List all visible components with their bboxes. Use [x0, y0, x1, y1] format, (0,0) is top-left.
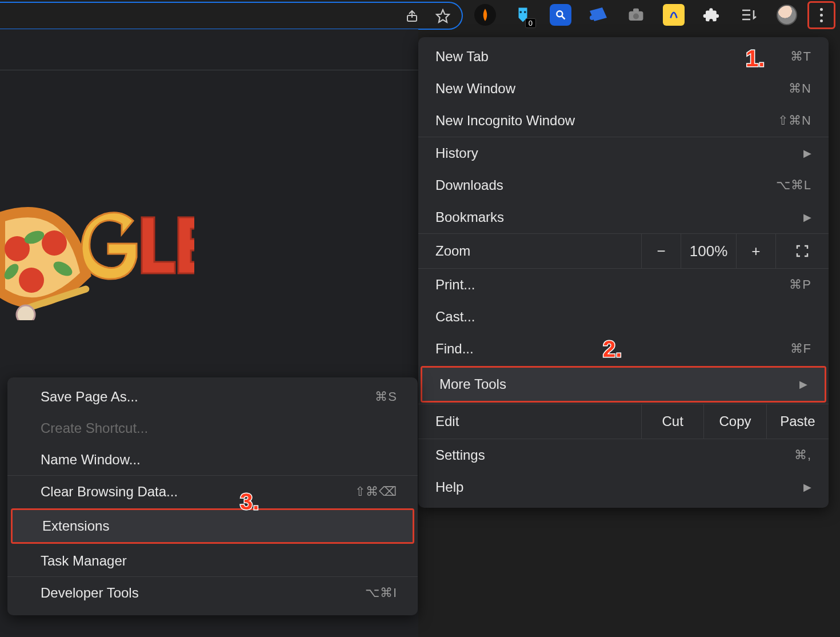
menu-find[interactable]: Find... ⌘F: [418, 333, 829, 365]
menu-item-label: History: [435, 145, 478, 161]
submenu-extensions[interactable]: Extensions: [13, 510, 413, 542]
svg-point-4: [557, 11, 562, 17]
menu-edit-row: Edit Cut Copy Paste: [418, 404, 829, 439]
edit-paste-button[interactable]: Paste: [766, 404, 829, 439]
share-icon[interactable]: [405, 9, 419, 23]
extension-icon-3[interactable]: [550, 4, 571, 26]
page-divider: [0, 70, 418, 70]
menu-item-shortcut: ⌘F: [790, 341, 811, 356]
svg-marker-1: [437, 10, 449, 22]
chrome-main-menu: New Tab ⌘T New Window ⌘N New Incognito W…: [418, 37, 829, 508]
menu-item-label: Help: [435, 479, 463, 495]
submenu-arrow-icon: ▶: [799, 378, 807, 391]
browser-toolbar: 0: [0, 0, 840, 29]
menu-item-label: Task Manager: [41, 553, 127, 569]
omnibox[interactable]: [0, 2, 463, 30]
menu-item-label: Bookmarks: [435, 209, 504, 225]
extension-icons-row: 0: [474, 0, 798, 29]
menu-item-shortcut: ⌥⌘L: [776, 178, 811, 193]
zoom-in-button[interactable]: +: [736, 234, 775, 268]
menu-bookmarks[interactable]: Bookmarks ▶: [418, 201, 829, 233]
annotation-3: 3.: [240, 489, 259, 515]
menu-item-label: Edit: [418, 413, 641, 429]
extension-badge: 0: [525, 18, 536, 28]
menu-more-tools[interactable]: More Tools ▶: [422, 368, 825, 401]
menu-downloads[interactable]: Downloads ⌥⌘L: [418, 169, 829, 201]
menu-item-label: New Incognito Window: [435, 113, 575, 129]
extensions-puzzle-icon[interactable]: [701, 4, 722, 26]
submenu-developer-tools[interactable]: Developer Tools ⌥⌘I: [7, 577, 418, 608]
annotation-2: 2.: [603, 336, 622, 362]
submenu-name-window[interactable]: Name Window...: [7, 444, 418, 475]
menu-item-shortcut: ⌘S: [375, 389, 397, 404]
menu-item-label: Zoom: [418, 243, 641, 259]
menu-item-shortcut: ⇧⌘N: [778, 113, 811, 128]
extension-icon-2[interactable]: 0: [512, 4, 534, 26]
menu-item-label: New Window: [435, 81, 515, 97]
menu-item-shortcut: ⇧⌘⌫: [355, 484, 397, 499]
svg-point-3: [524, 11, 526, 13]
menu-item-shortcut: ⌘P: [789, 277, 811, 292]
menu-help[interactable]: Help ▶: [418, 471, 829, 503]
menu-item-shortcut: ⌘N: [789, 81, 811, 96]
kebab-icon: [820, 8, 823, 22]
menu-item-label: Developer Tools: [41, 585, 139, 601]
submenu-arrow-icon: ▶: [803, 211, 811, 224]
svg-point-16: [17, 305, 35, 320]
svg-point-5: [590, 15, 594, 20]
menu-print[interactable]: Print... ⌘P: [418, 269, 829, 301]
chrome-menu-button[interactable]: [807, 1, 835, 29]
screenshot-stage: 0: [0, 0, 840, 637]
menu-item-label: Extensions: [42, 518, 109, 534]
zoom-value: 100%: [681, 234, 736, 268]
submenu-create-shortcut: Create Shortcut...: [7, 412, 418, 444]
svg-rect-7: [633, 8, 639, 11]
menu-item-label: Cast...: [435, 309, 475, 325]
submenu-arrow-icon: ▶: [803, 147, 811, 160]
menu-item-shortcut: ⌘T: [790, 49, 811, 64]
submenu-clear-browsing-data[interactable]: Clear Browsing Data... ⇧⌘⌫: [7, 476, 418, 507]
svg-point-2: [519, 11, 522, 13]
submenu-task-manager[interactable]: Task Manager: [7, 545, 418, 576]
svg-point-8: [633, 13, 639, 19]
annotation-1: 1.: [746, 46, 765, 71]
menu-more-tools-highlight: More Tools ▶: [421, 366, 826, 403]
menu-item-shortcut: ⌘,: [794, 448, 811, 463]
menu-zoom-row: Zoom − 100% +: [418, 234, 829, 268]
extension-icon-1[interactable]: [474, 4, 496, 26]
menu-item-shortcut: ⌥⌘I: [365, 586, 397, 600]
edit-cut-button[interactable]: Cut: [641, 404, 703, 439]
fullscreen-button[interactable]: [775, 234, 829, 268]
menu-item-label: Downloads: [435, 177, 503, 193]
menu-settings[interactable]: Settings ⌘,: [418, 439, 829, 471]
menu-item-label: New Tab: [435, 49, 489, 65]
submenu-arrow-icon: ▶: [803, 481, 811, 493]
edit-copy-button[interactable]: Copy: [703, 404, 766, 439]
menu-new-window[interactable]: New Window ⌘N: [418, 73, 829, 105]
submenu-extensions-highlight: Extensions: [11, 508, 414, 544]
menu-item-label: More Tools: [439, 376, 506, 392]
extension-icon-6[interactable]: [663, 4, 685, 26]
menu-item-label: Create Shortcut...: [41, 420, 148, 436]
menu-item-label: Settings: [435, 447, 485, 463]
menu-new-tab[interactable]: New Tab ⌘T: [418, 41, 829, 73]
svg-point-10: [42, 230, 67, 256]
reading-list-icon[interactable]: [738, 4, 760, 26]
menu-item-label: Clear Browsing Data...: [41, 484, 178, 500]
star-icon[interactable]: [435, 9, 450, 23]
menu-cast[interactable]: Cast...: [418, 301, 829, 333]
menu-item-label: Print...: [435, 277, 475, 293]
extension-icon-5[interactable]: [625, 4, 647, 26]
submenu-save-page[interactable]: Save Page As... ⌘S: [7, 381, 418, 412]
menu-item-label: Name Window...: [41, 452, 141, 468]
zoom-out-button[interactable]: −: [641, 234, 681, 268]
menu-item-label: Save Page As...: [41, 389, 138, 405]
menu-new-incognito[interactable]: New Incognito Window ⇧⌘N: [418, 105, 829, 137]
extension-icon-4[interactable]: [587, 4, 609, 26]
google-doodle[interactable]: [0, 160, 194, 320]
menu-history[interactable]: History ▶: [418, 137, 829, 169]
menu-item-label: Find...: [435, 341, 474, 357]
more-tools-submenu: Save Page As... ⌘S Create Shortcut... Na…: [7, 377, 418, 615]
svg-point-11: [19, 268, 44, 293]
profile-avatar[interactable]: [776, 4, 798, 26]
